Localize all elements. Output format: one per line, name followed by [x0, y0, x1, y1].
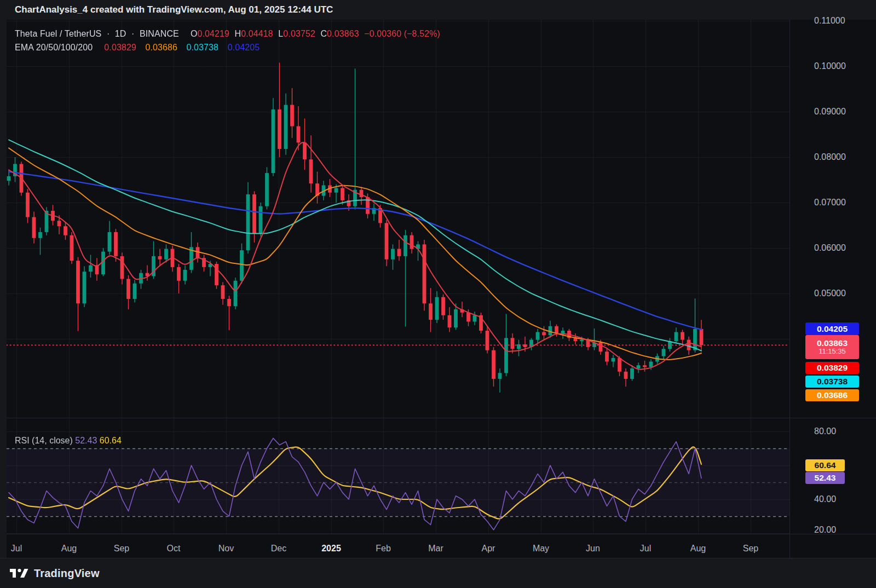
time-axis-label-2025: 2025 — [321, 544, 341, 554]
symbol-title[interactable]: Theta Fuel / TetherUS — [15, 29, 101, 38]
time-axis-label-sep: Sep — [743, 544, 758, 554]
ema100-value: 0.03738 — [187, 43, 219, 52]
footer-brand[interactable]: TradingView — [34, 567, 100, 580]
last-price-badge: 0.0386311:15:35 — [805, 335, 859, 359]
ema20-badge: 0.03829 — [805, 362, 859, 374]
ema200-badge: 0.04205 — [805, 322, 859, 335]
ema50-badge: 0.03686 — [805, 389, 859, 401]
rsi-axis-label: 40.00 — [814, 494, 836, 504]
rsi-axis-label: 80.00 — [814, 426, 836, 436]
ema-legend-row[interactable]: EMA 20/50/100/200 0.03829 0.03686 0.0373… — [15, 43, 260, 53]
high-value: 0.04418 — [241, 29, 273, 38]
pane-divider[interactable] — [7, 418, 876, 418]
ema200-value: 0.04205 — [228, 43, 260, 52]
time-axis-label-aug: Aug — [61, 544, 77, 554]
rsi-value: 52.43 — [75, 436, 97, 445]
price-axis-label: 0.10000 — [814, 61, 846, 71]
time-axis-label-aug: Aug — [690, 544, 706, 554]
rsi-chart-canvas[interactable] — [7, 418, 789, 534]
time-axis-border — [7, 534, 876, 534]
open-label: O — [191, 29, 198, 38]
time-axis-label-jul: Jul — [11, 544, 22, 554]
footer-bar: TradingView — [0, 558, 876, 588]
time-axis-label-dec: Dec — [271, 544, 286, 554]
time-axis-label-nov: Nov — [218, 544, 234, 554]
high-label: H — [235, 29, 241, 38]
rsi-badge: 52.43 — [805, 472, 845, 484]
exchange-label[interactable]: BINANCE — [140, 29, 179, 38]
price-axis-label: 0.06000 — [814, 243, 846, 253]
rsi-label: RSI (14, close) — [15, 436, 73, 445]
change-value: −0.00360 (−8.52%) — [364, 29, 440, 38]
rsi-ma-badge: 60.64 — [805, 459, 845, 471]
time-axis-label-jun: Jun — [586, 544, 600, 554]
close-value: 0.03863 — [327, 29, 359, 38]
open-value: 0.04219 — [198, 29, 230, 38]
time-axis-label-feb: Feb — [376, 544, 391, 554]
price-axis-label: 0.07000 — [814, 198, 846, 207]
ema20-value: 0.03829 — [104, 43, 136, 52]
tradingview-logo-icon[interactable] — [9, 567, 28, 580]
tradingview-chart-screenshot: ChartAnalysis_4 created with TradingView… — [0, 0, 876, 588]
symbol-legend-row: Theta Fuel / TetherUS · 1D · BINANCE O0.… — [15, 29, 440, 39]
time-axis-label-jul: Jul — [640, 544, 651, 554]
time-axis-label-apr: Apr — [482, 544, 495, 554]
time-axis-label-oct: Oct — [167, 544, 181, 554]
low-value: 0.03752 — [283, 29, 315, 38]
ema-label: EMA 20/50/100/200 — [15, 43, 93, 52]
ema50-value: 0.03686 — [145, 43, 177, 52]
price-axis-label: 0.08000 — [814, 152, 846, 162]
legend-separator: · — [107, 29, 110, 38]
time-axis-label-mar: Mar — [428, 544, 443, 554]
price-axis-label: 0.11000 — [814, 16, 845, 26]
header-title: ChartAnalysis_4 created with TradingView… — [15, 4, 333, 15]
time-axis-label-may: May — [533, 544, 549, 554]
price-chart-canvas[interactable] — [7, 20, 789, 418]
interval-label[interactable]: 1D — [115, 29, 126, 38]
header-bar: ChartAnalysis_4 created with TradingView… — [0, 0, 876, 20]
time-axis-label-sep: Sep — [114, 544, 129, 554]
rsi-legend-row[interactable]: RSI (14, close) 52.43 60.64 — [15, 436, 122, 446]
legend-separator2: · — [131, 29, 134, 38]
price-axis-label: 0.09000 — [814, 107, 846, 117]
low-label: L — [278, 29, 283, 38]
rsi-ma-value: 60.64 — [100, 436, 122, 445]
price-axis-label: 0.05000 — [814, 289, 846, 298]
close-label: C — [320, 29, 327, 38]
ema100-badge: 0.03738 — [805, 376, 859, 388]
price-axis-border — [789, 20, 790, 558]
